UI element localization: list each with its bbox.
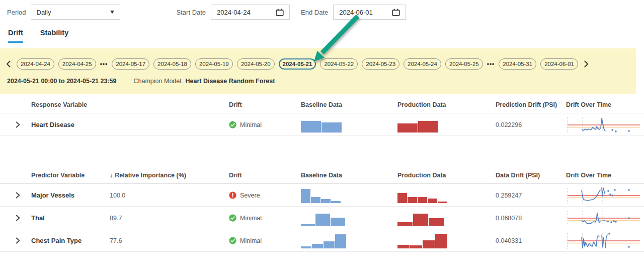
expand-chevron-icon: [16, 192, 20, 199]
table-row: Chest Pain Type77.6Minimal0.040331: [0, 229, 644, 252]
date-pill[interactable]: 2024-05-18: [153, 58, 191, 70]
end-date-input[interactable]: 2024-06-01: [333, 5, 406, 20]
filter-bar: Period Daily Start Date 2024-04-24 End D…: [0, 0, 644, 20]
tab-drift[interactable]: Drift: [8, 29, 23, 43]
importance-value: 89.7: [110, 215, 229, 222]
chevron-right-icon: [584, 60, 589, 68]
date-pill[interactable]: 2024-05-25: [445, 58, 483, 70]
importance-value: 100.0: [110, 192, 229, 199]
champion-model-label: Champion Model:: [134, 78, 183, 85]
check-circle-icon: [229, 121, 236, 128]
drift-status-label: Severe: [240, 192, 260, 199]
expand-chevron-icon: [16, 215, 20, 221]
end-date-label: End Date: [301, 9, 328, 16]
expand-chevron-icon: [16, 121, 20, 128]
date-strip-ellipsis: •••: [100, 60, 108, 68]
drift-status: Minimal: [229, 214, 301, 222]
column-header-relative-importance[interactable]: ↓Relative Importance (%): [110, 172, 229, 179]
variable-name: Major Vessels: [31, 191, 110, 199]
drift-status: Severe: [229, 191, 301, 199]
column-header-baseline-data: Baseline Data: [301, 101, 397, 108]
champion-model-value: Heart Disease Random Forest: [185, 78, 275, 85]
drift-sparkline: [566, 209, 644, 228]
predictor-variable-table: Predictor Variable ↓Relative Importance …: [0, 167, 644, 252]
chevron-down-icon: [110, 11, 114, 14]
response-variable-table: Response Variable Drift Baseline Data Pr…: [0, 96, 644, 136]
tab-stability[interactable]: Stability: [40, 29, 68, 43]
table-row: Thal89.7Minimal0.068078: [0, 207, 644, 229]
baseline-histogram: [301, 113, 397, 136]
selected-period-band: 2024-04-242024-04-25•••2024-05-172024-05…: [0, 48, 636, 94]
variable-name: Thal: [31, 214, 110, 222]
period-value: Daily: [37, 9, 51, 16]
date-pill[interactable]: 2024-05-31: [499, 58, 536, 70]
check-circle-icon: [229, 237, 236, 244]
drift-status: Minimal: [229, 237, 301, 244]
psi-value: 0.040331: [496, 237, 566, 244]
tab-bar: Drift Stability: [0, 29, 644, 43]
date-strip: 2024-04-242024-04-25•••2024-05-172024-05…: [4, 58, 636, 70]
drift-status-label: Minimal: [240, 121, 262, 128]
psi-value: 0.259247: [496, 192, 566, 199]
column-header-response-variable: Response Variable: [31, 101, 229, 108]
production-histogram: [397, 229, 496, 252]
date-pill[interactable]: 2024-05-19: [195, 58, 233, 70]
row-expander[interactable]: [0, 192, 31, 199]
period-dropdown[interactable]: Daily: [31, 5, 120, 20]
drift-sparkline: [566, 186, 644, 205]
expand-chevron-icon: [16, 237, 20, 244]
date-pill[interactable]: 2024-05-20: [237, 58, 275, 70]
baseline-histogram: [301, 184, 397, 207]
calendar-icon[interactable]: [392, 9, 400, 16]
date-pill-selected[interactable]: 2024-05-21: [279, 58, 316, 70]
variable-name: Heart Disease: [31, 121, 229, 128]
date-strip-items: 2024-04-242024-04-25•••2024-05-172024-05…: [17, 58, 578, 70]
date-pill[interactable]: 2024-05-17: [112, 58, 149, 70]
production-histogram: [397, 184, 496, 207]
production-histogram: [397, 113, 496, 136]
drift-status-label: Minimal: [240, 215, 262, 222]
table-row: Heart DiseaseMinimal0.022296: [0, 113, 644, 136]
psi-value: 0.022296: [496, 121, 566, 128]
alert-circle-icon: [229, 191, 236, 199]
importance-value: 77.6: [110, 237, 229, 244]
start-date-input[interactable]: 2024-04-24: [211, 5, 290, 20]
row-expander[interactable]: [0, 121, 31, 128]
column-header-production-data: Production Data: [397, 172, 496, 179]
drift-status-label: Minimal: [240, 237, 262, 244]
baseline-histogram: [301, 229, 397, 252]
response-table-header: Response Variable Drift Baseline Data Pr…: [0, 96, 644, 113]
drift-status: Minimal: [229, 121, 301, 128]
date-pill[interactable]: 2024-05-23: [362, 58, 399, 70]
psi-value: 0.068078: [496, 215, 566, 222]
drift-sparkline: [566, 231, 644, 250]
date-pill[interactable]: 2024-04-24: [17, 58, 54, 70]
start-date-label: Start Date: [177, 9, 206, 16]
date-pill[interactable]: 2024-06-01: [540, 58, 578, 70]
date-strip-prev-button[interactable]: [4, 60, 13, 68]
date-pill[interactable]: 2024-05-22: [320, 58, 358, 70]
column-header-baseline-data: Baseline Data: [301, 172, 397, 179]
check-circle-icon: [229, 214, 236, 222]
variable-name: Chest Pain Type: [31, 237, 110, 244]
row-expander[interactable]: [0, 237, 31, 244]
production-histogram: [397, 207, 496, 229]
date-range-text: 2024-05-21 00:00 to 2024-05-21 23:59: [7, 78, 117, 85]
date-strip-next-button[interactable]: [582, 60, 591, 68]
predictor-table-header: Predictor Variable ↓Relative Importance …: [0, 167, 644, 184]
date-pill[interactable]: 2024-04-25: [58, 58, 96, 70]
end-date-value: 2024-06-01: [339, 9, 373, 16]
column-header-predictor-variable: Predictor Variable: [31, 172, 110, 179]
column-header-drift: Drift: [229, 101, 301, 108]
sort-descending-icon: ↓: [110, 172, 113, 179]
column-header-production-data: Production Data: [397, 101, 496, 108]
date-pill[interactable]: 2024-05-24: [404, 58, 441, 70]
table-row: Major Vessels100.0Severe0.259247: [0, 184, 644, 207]
column-header-drift-over-time: Drift Over Time: [566, 101, 644, 108]
calendar-icon[interactable]: [276, 9, 284, 16]
baseline-histogram: [301, 207, 397, 229]
period-label: Period: [7, 9, 26, 16]
chevron-left-icon: [6, 60, 11, 68]
table-gap: [0, 136, 644, 164]
row-expander[interactable]: [0, 215, 31, 221]
